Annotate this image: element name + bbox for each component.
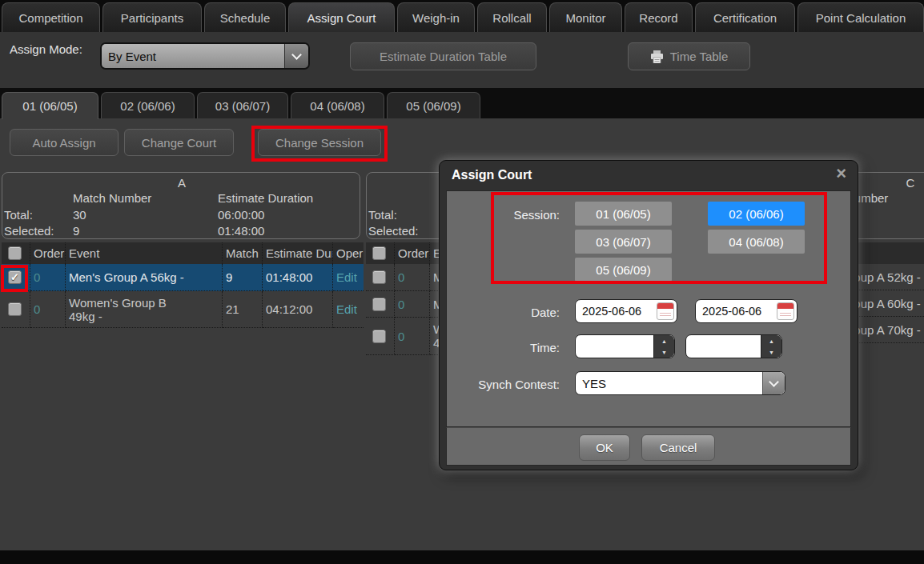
- session-label: Session:: [448, 208, 560, 222]
- cancel-button[interactable]: Cancel: [641, 434, 715, 461]
- synch-contest-label: Synch Contest:: [448, 378, 560, 391]
- time-to-spinner[interactable]: ▲ ▼: [761, 335, 781, 358]
- match-number-label: Match Number: [73, 191, 151, 205]
- session-option-02-selected[interactable]: 02 (06/06): [708, 202, 805, 226]
- court-a-table: Order Event Match Estimate Duration Oper…: [2, 242, 364, 328]
- spinner-down-icon[interactable]: ▼: [761, 346, 781, 358]
- synch-contest-select[interactable]: YES: [575, 371, 785, 395]
- row-order: 0: [395, 291, 430, 318]
- nav-tab-monitor[interactable]: Monitor: [549, 2, 622, 32]
- nav-tab-schedule[interactable]: Schedule: [204, 2, 286, 32]
- row-estimate: 04:12:00: [263, 291, 333, 328]
- nav-tab-record[interactable]: Record: [625, 2, 693, 32]
- estimate-duration-label: Estimate Duration: [218, 191, 313, 205]
- row-checkbox[interactable]: [372, 298, 386, 311]
- calendar-icon[interactable]: [657, 302, 674, 320]
- time-from-spinner[interactable]: ▲ ▼: [653, 335, 674, 358]
- assign-mode-value: By Event: [102, 44, 284, 68]
- chevron-down-icon[interactable]: [284, 44, 308, 68]
- session-tab-03[interactable]: 03 (06/07): [197, 92, 288, 118]
- row-checkbox[interactable]: [372, 270, 386, 284]
- col-order: Order: [395, 242, 430, 264]
- nav-tab-assign-court[interactable]: Assign Court: [288, 2, 395, 32]
- session-option-05[interactable]: 05 (06/09): [575, 258, 672, 282]
- printer-icon: [650, 50, 664, 63]
- table-row[interactable]: 0 Women's Group B 49kg - 21 04:12:00 Edi…: [2, 291, 364, 328]
- row-match: 21: [223, 291, 263, 328]
- row-order: 0: [30, 291, 66, 328]
- chevron-down-icon[interactable]: [762, 372, 785, 394]
- col-order: Order: [30, 242, 66, 264]
- col-oper: Oper: [333, 242, 364, 264]
- date-to-input[interactable]: 2025-06-06: [695, 299, 797, 323]
- select-all-checkbox[interactable]: [8, 246, 22, 260]
- selected-duration-value: 01:48:00: [218, 224, 264, 238]
- selected-label: Selected:: [368, 224, 419, 238]
- total-duration-value: 06:00:00: [218, 208, 264, 222]
- nav-tab-rollcall[interactable]: Rollcall: [477, 2, 547, 32]
- row-order: 0: [395, 264, 430, 291]
- calendar-icon[interactable]: [777, 302, 794, 320]
- spinner-up-icon[interactable]: ▲: [654, 335, 674, 346]
- total-label: Total:: [4, 208, 33, 222]
- row-event: Women's Group B 49kg -: [66, 291, 223, 328]
- nav-tab-point-calculation[interactable]: Point Calculation: [797, 2, 924, 32]
- edit-link[interactable]: Edit: [333, 291, 364, 328]
- nav-tab-certification[interactable]: Certification: [695, 2, 795, 32]
- session-tab-02[interactable]: 02 (06/06): [101, 92, 195, 118]
- selected-label: Selected:: [4, 224, 54, 238]
- session-tab-bar: 01 (06/05) 02 (06/06) 03 (06/07) 04 (06/…: [0, 88, 924, 118]
- estimate-duration-table-button[interactable]: Estimate Duration Table: [350, 42, 536, 70]
- dialog-title: Assign Court: [452, 168, 532, 182]
- spinner-up-icon[interactable]: ▲: [761, 335, 781, 346]
- synch-contest-value: YES: [576, 377, 762, 390]
- close-icon[interactable]: ×: [836, 165, 846, 182]
- session-tab-01[interactable]: 01 (06/05): [2, 92, 98, 119]
- time-label: Time:: [448, 341, 560, 354]
- top-navigation: Competition Participants Schedule Assign…: [0, 0, 924, 32]
- assign-mode-select[interactable]: By Event: [100, 42, 310, 70]
- total-match-count: 30: [73, 208, 86, 222]
- spinner-down-icon[interactable]: ▼: [654, 346, 674, 358]
- change-session-button[interactable]: Change Session: [258, 129, 381, 156]
- assign-court-dialog: Assign Court × Session: 01 (06/05) 02 (0…: [439, 160, 858, 470]
- time-table-label: Time Table: [670, 50, 729, 63]
- time-to-input[interactable]: ▲ ▼: [685, 334, 782, 358]
- session-tab-05[interactable]: 05 (06/09): [387, 92, 480, 118]
- selected-match-count: 9: [73, 224, 79, 238]
- table-header-row: Order Event Match Estimate Duration Oper: [2, 242, 364, 264]
- date-label: Date:: [448, 306, 560, 319]
- row-order: 0: [30, 264, 66, 291]
- session-option-03[interactable]: 03 (06/07): [575, 230, 672, 254]
- table-row[interactable]: ✓ 0 Men's Group A 56kg - 9 01:48:00 Edit: [2, 264, 364, 291]
- row-checkbox[interactable]: [8, 302, 22, 316]
- row-order: 0: [395, 318, 430, 355]
- bottom-bar: [0, 550, 924, 564]
- nav-tab-participants[interactable]: Participants: [102, 2, 202, 32]
- date-from-input[interactable]: 2025-06-06: [575, 299, 677, 323]
- row-checkbox[interactable]: [372, 330, 386, 343]
- ok-button[interactable]: OK: [579, 434, 630, 461]
- session-tab-04[interactable]: 04 (06/08): [291, 92, 384, 118]
- session-option-04[interactable]: 04 (06/08): [708, 230, 805, 254]
- row-match: 9: [223, 264, 263, 291]
- session-option-01[interactable]: 01 (06/05): [575, 202, 672, 226]
- row-checkbox-checked[interactable]: ✓: [8, 270, 22, 284]
- estimate-duration-table-label: Estimate Duration Table: [380, 50, 507, 63]
- auto-assign-button[interactable]: Auto Assign: [10, 129, 119, 156]
- row-estimate: 01:48:00: [263, 264, 333, 291]
- change-court-button[interactable]: Change Court: [124, 129, 234, 156]
- col-event: Event: [66, 242, 223, 264]
- nav-tab-weigh-in[interactable]: Weigh-in: [397, 2, 475, 32]
- court-a-summary-box: A Match Number Estimate Duration Total: …: [2, 172, 360, 239]
- time-from-input[interactable]: ▲ ▼: [575, 334, 675, 358]
- row-event: Men's Group A 56kg -: [66, 264, 223, 291]
- select-all-checkbox[interactable]: [372, 246, 386, 260]
- date-to-value: 2025-06-06: [696, 305, 777, 318]
- edit-link[interactable]: Edit: [333, 264, 364, 291]
- assign-mode-label: Assign Mode:: [10, 42, 82, 56]
- nav-tab-competition[interactable]: Competition: [2, 2, 100, 32]
- time-table-button[interactable]: Time Table: [628, 42, 750, 70]
- court-a-title: A: [2, 176, 361, 190]
- date-from-value: 2025-06-06: [576, 305, 657, 318]
